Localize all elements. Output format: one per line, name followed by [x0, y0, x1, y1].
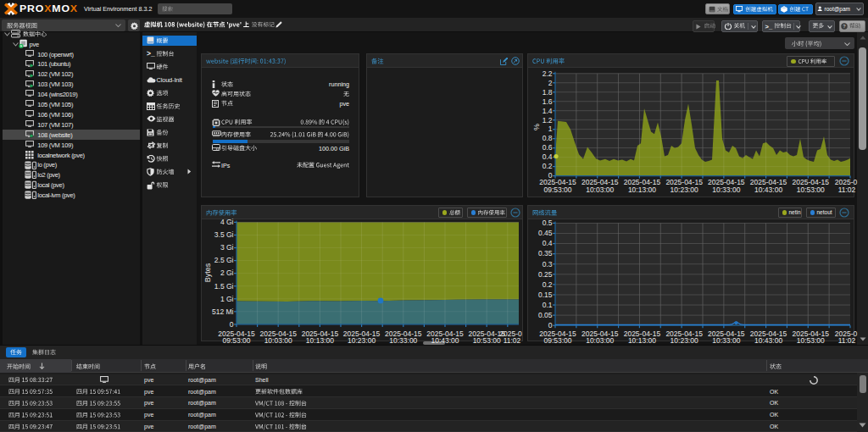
svg-text:11:02: 11:02	[838, 336, 856, 345]
svg-text:10:53:00: 10:53:00	[797, 336, 825, 345]
svg-text:0.05: 0.05	[538, 311, 553, 319]
svg-text:0.45: 0.45	[538, 229, 553, 237]
svg-text:0: 0	[548, 321, 553, 330]
svg-text:10:23:00: 10:23:00	[670, 336, 698, 345]
svg-text:0.15: 0.15	[538, 291, 553, 299]
svg-text:0.35: 0.35	[538, 249, 553, 258]
svg-text:0.25: 0.25	[538, 270, 553, 279]
svg-text:10:03:00: 10:03:00	[586, 336, 614, 345]
svg-text:09:53:00: 09:53:00	[543, 336, 571, 345]
svg-text:0.4: 0.4	[542, 239, 553, 247]
svg-text:0.3: 0.3	[542, 260, 553, 269]
svg-text:10:33:00: 10:33:00	[712, 336, 740, 345]
svg-text:0.2: 0.2	[542, 280, 553, 289]
svg-text:0.1: 0.1	[542, 301, 553, 309]
svg-text:10:13:00: 10:13:00	[628, 336, 656, 345]
svg-text:0.5: 0.5	[542, 219, 553, 227]
svg-text:10:43:00: 10:43:00	[754, 336, 782, 345]
